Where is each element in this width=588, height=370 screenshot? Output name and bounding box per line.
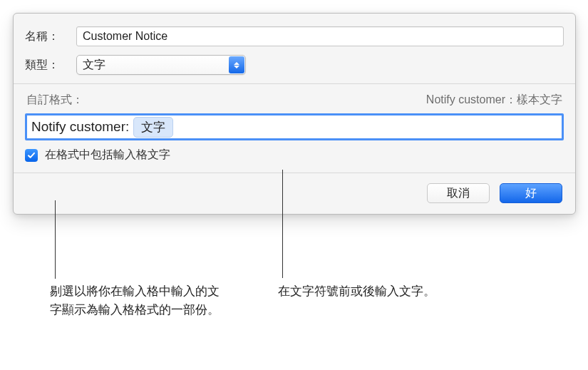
include-cell-text-label: 在格式中包括輸入格文字 [45,148,170,163]
cancel-button[interactable]: 取消 [427,183,490,203]
name-input[interactable] [76,26,564,46]
callout-left: 剔選以將你在輸入格中輸入的文字顯示為輸入格格式的一部份。 [50,282,221,320]
format-header: 自訂格式： Notify customer：樣本文字 [25,93,564,108]
button-row: 取消 好 [25,183,564,203]
name-row: 名稱： [25,26,564,46]
divider-2 [14,173,575,173]
type-label: 類型： [25,58,76,73]
type-select-value: 文字 [83,58,105,73]
format-token-text[interactable]: 文字 [133,117,173,138]
ok-button-label: 好 [525,186,537,201]
cancel-button-label: 取消 [447,186,470,201]
custom-format-dialog: 名稱： 類型： 文字 自訂格式： Notify customer：樣本文字 No… [13,13,576,215]
custom-format-label: 自訂格式： [26,93,83,108]
name-label: 名稱： [25,29,76,44]
format-prefix-text: Notify customer: [31,119,129,135]
select-arrows-icon [229,56,244,73]
callout-right: 在文字符號前或後輸入文字。 [278,282,513,301]
format-input[interactable]: Notify customer: 文字 [25,113,564,140]
type-select[interactable]: 文字 [76,55,246,75]
divider [14,83,575,84]
callout-line-left [55,200,56,279]
callout-line-right [282,170,283,278]
ok-button[interactable]: 好 [500,183,562,203]
include-cell-text-checkbox[interactable] [25,149,38,162]
type-row: 類型： 文字 [25,55,564,75]
format-preview: Notify customer：樣本文字 [426,93,562,108]
checkmark-icon [27,151,36,160]
include-cell-text-row: 在格式中包括輸入格文字 [25,148,564,163]
